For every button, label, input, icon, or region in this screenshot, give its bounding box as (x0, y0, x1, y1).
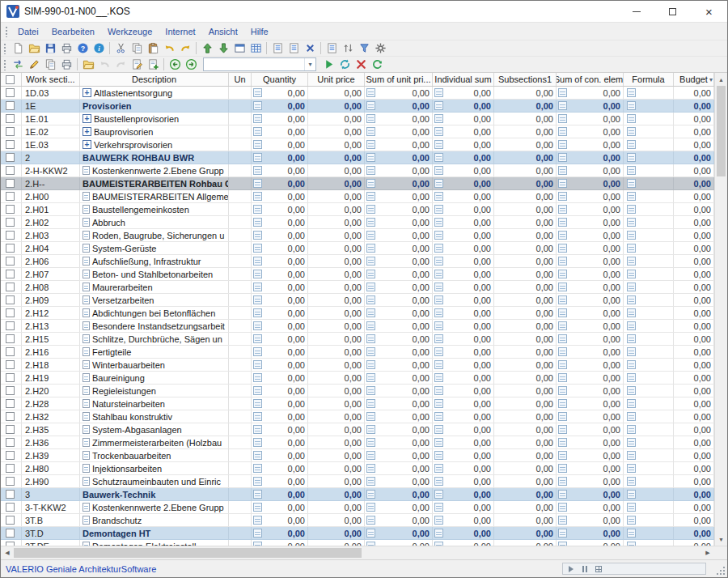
cell-detail-button[interactable] (558, 490, 567, 499)
sum-unit-price-cell[interactable]: 0,00 (365, 229, 433, 241)
sum-unit-price-cell[interactable]: 0,00 (365, 87, 433, 99)
cell-detail-button[interactable] (434, 166, 443, 175)
unit-cell[interactable] (229, 527, 252, 539)
unit-cell[interactable] (229, 333, 252, 345)
description-cell[interactable]: Injektionsarbeiten (80, 462, 229, 474)
quantity-cell[interactable]: 0,00 (252, 151, 308, 164)
formula-cell[interactable] (624, 268, 674, 280)
cell-detail-button[interactable] (434, 231, 443, 240)
quantity-cell[interactable]: 0,00 (252, 385, 308, 397)
sum-unit-price-cell[interactable]: 0,00 (365, 372, 433, 384)
table-row[interactable]: 3T.DEDemontagen Elektroinstall0,000,000,… (1, 540, 714, 546)
subsections-cell[interactable]: 0,00 (494, 385, 557, 397)
formula-button[interactable] (627, 399, 636, 408)
table-row[interactable]: 2.H39Trockenbauarbeiten0,000,000,000,000… (1, 449, 714, 462)
cell-detail-button[interactable] (253, 321, 262, 330)
formula-cell[interactable] (624, 449, 674, 461)
sum-con-elem-cell[interactable]: 0,00 (557, 113, 624, 125)
cell-detail-button[interactable] (253, 412, 262, 421)
quantity-cell[interactable]: 0,00 (252, 514, 308, 526)
sum-con-elem-cell[interactable]: 0,00 (557, 216, 624, 228)
description-cell[interactable]: Besondere Instandsetzungsarbeit (80, 320, 229, 332)
cell-detail-button[interactable] (253, 231, 262, 240)
cell-detail-button[interactable] (253, 490, 262, 499)
cell-detail-button[interactable] (558, 140, 567, 149)
subsections-cell[interactable]: 0,00 (494, 359, 557, 371)
cell-detail-button[interactable] (558, 244, 567, 253)
minimize-button[interactable] (618, 1, 654, 22)
subsections-cell[interactable]: 0,00 (494, 177, 557, 189)
quantity-cell[interactable]: 0,00 (252, 268, 308, 280)
table-row[interactable]: 1EProvisorien0,000,000,000,000,000,000,0… (1, 100, 714, 113)
formula-cell[interactable] (624, 87, 674, 99)
sum-con-elem-cell[interactable]: 0,00 (557, 177, 624, 189)
row-select-cell[interactable] (1, 229, 22, 241)
budget-cell[interactable]: 0,00 (674, 449, 714, 461)
row-select-cell[interactable] (1, 501, 22, 513)
row-checkbox[interactable] (6, 399, 15, 408)
individual-sum-cell[interactable]: 0,00 (433, 333, 494, 345)
expand-icon[interactable]: + (83, 88, 91, 97)
sum-con-elem-cell[interactable]: 0,00 (557, 514, 624, 526)
unit-price-cell[interactable]: 0,00 (308, 190, 365, 202)
cell-detail-button[interactable] (366, 334, 375, 343)
cell-detail-button[interactable] (434, 451, 443, 460)
row-checkbox[interactable] (6, 412, 15, 421)
close-button[interactable]: × (691, 1, 727, 22)
cell-detail-button[interactable] (253, 244, 262, 253)
cell-detail-button[interactable] (253, 127, 262, 136)
row-checkbox[interactable] (6, 464, 15, 473)
unit-price-cell[interactable]: 0,00 (308, 229, 365, 241)
formula-button[interactable] (627, 503, 636, 512)
individual-sum-cell[interactable]: 0,00 (433, 397, 494, 410)
row-checkbox[interactable] (6, 503, 15, 512)
table-view-button[interactable] (248, 40, 264, 56)
row-select-cell[interactable] (1, 372, 22, 384)
formula-button[interactable] (627, 438, 636, 447)
column-header-budget[interactable]: Budget (674, 73, 714, 86)
reload-button[interactable] (369, 57, 385, 72)
cell-detail-button[interactable] (434, 127, 443, 136)
unit-price-cell[interactable]: 0,00 (308, 514, 365, 526)
cell-detail-button[interactable] (253, 373, 262, 382)
sum-unit-price-cell[interactable]: 0,00 (365, 397, 433, 410)
description-cell[interactable]: Beton- und Stahlbetonarbeiten (80, 268, 229, 280)
budget-cell[interactable]: 0,00 (674, 255, 714, 267)
work-section-cell[interactable]: 3 (22, 488, 80, 500)
sum-con-elem-cell[interactable]: 0,00 (557, 242, 624, 254)
row-select-cell[interactable] (1, 203, 22, 215)
unit-cell[interactable] (229, 320, 252, 332)
description-cell[interactable]: Brandschutz (80, 514, 229, 526)
sum-unit-price-cell[interactable]: 0,00 (365, 462, 433, 474)
sum-con-elem-cell[interactable]: 0,00 (557, 359, 624, 371)
sum-unit-price-cell[interactable]: 0,00 (365, 333, 433, 345)
sum-con-elem-cell[interactable]: 0,00 (557, 294, 624, 306)
sum-con-elem-cell[interactable]: 0,00 (557, 346, 624, 358)
individual-sum-cell[interactable]: 0,00 (433, 151, 494, 164)
subsections-cell[interactable]: 0,00 (494, 164, 557, 176)
cell-detail-button[interactable] (558, 283, 567, 291)
filter-button[interactable] (356, 40, 372, 56)
cell-detail-button[interactable] (434, 490, 443, 499)
status-pause-button[interactable] (579, 564, 590, 574)
sum-con-elem-cell[interactable]: 0,00 (557, 164, 624, 176)
expand-icon[interactable]: + (83, 127, 91, 136)
edit-entry-button[interactable] (129, 57, 145, 72)
unit-price-cell[interactable]: 0,00 (308, 87, 365, 99)
report-button[interactable] (324, 40, 340, 56)
sum-unit-price-cell[interactable]: 0,00 (365, 294, 433, 306)
formula-cell[interactable] (624, 255, 674, 267)
formula-button[interactable] (627, 270, 636, 278)
individual-sum-cell[interactable]: 0,00 (433, 125, 494, 138)
sum-con-elem-cell[interactable]: 0,00 (557, 372, 624, 384)
budget-cell[interactable]: 0,00 (674, 203, 714, 215)
cell-detail-button[interactable] (558, 192, 567, 201)
settings-button[interactable] (372, 40, 388, 56)
sum-unit-price-cell[interactable]: 0,00 (365, 255, 433, 267)
unit-price-cell[interactable]: 0,00 (308, 397, 365, 410)
budget-cell[interactable]: 0,00 (674, 320, 714, 332)
subsections-cell[interactable]: 0,00 (494, 216, 557, 228)
table-row[interactable]: 2.H80Injektionsarbeiten0,000,000,000,000… (1, 462, 714, 475)
cell-detail-button[interactable] (366, 179, 375, 188)
row-select-cell[interactable] (1, 125, 22, 138)
